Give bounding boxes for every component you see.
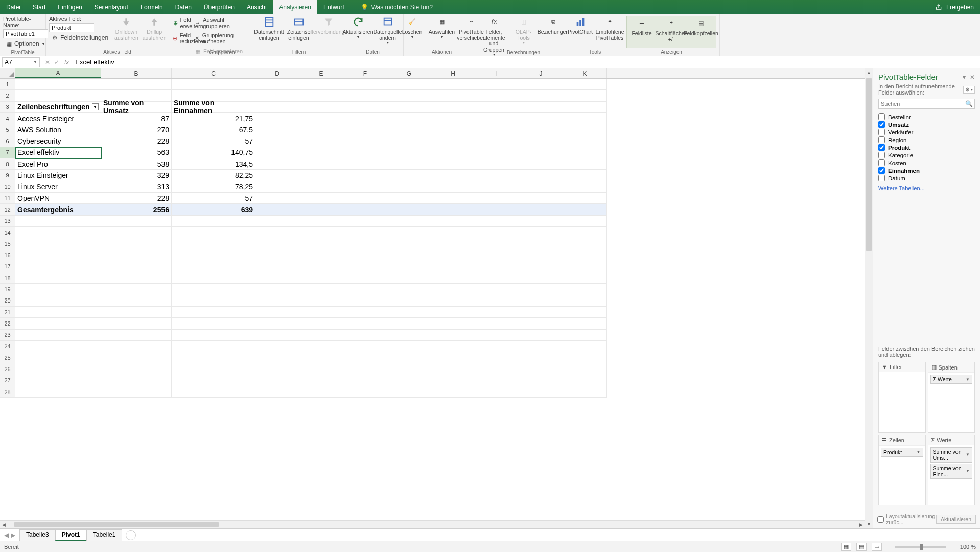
name-box[interactable]: A7 ▼ xyxy=(2,57,40,67)
recommended-button[interactable]: ✦Empfohlene PivotTables xyxy=(596,16,624,41)
cell[interactable] xyxy=(519,261,563,272)
cell[interactable] xyxy=(343,307,387,318)
cell[interactable] xyxy=(563,272,607,284)
cell[interactable] xyxy=(387,295,431,307)
cell[interactable] xyxy=(15,272,101,284)
cell[interactable] xyxy=(101,295,172,307)
options-button[interactable]: ▦Optionen▾ xyxy=(3,39,46,49)
cell[interactable] xyxy=(519,102,563,113)
cell[interactable] xyxy=(101,386,172,398)
cell[interactable] xyxy=(255,238,299,249)
cell[interactable]: 67,5 xyxy=(172,124,255,135)
cell[interactable] xyxy=(299,135,343,147)
cell[interactable] xyxy=(343,249,387,261)
hscroll-thumb[interactable] xyxy=(14,522,219,527)
cell[interactable] xyxy=(255,90,299,101)
cell[interactable] xyxy=(475,158,519,170)
cell[interactable] xyxy=(431,227,475,238)
cell[interactable] xyxy=(431,295,475,307)
cell[interactable] xyxy=(343,341,387,352)
cell[interactable] xyxy=(563,295,607,307)
field-checkbox[interactable] xyxy=(878,129,885,135)
column-header[interactable]: B xyxy=(101,68,172,78)
cell[interactable]: 228 xyxy=(101,193,172,204)
cell[interactable] xyxy=(255,158,299,170)
cell[interactable]: Access Einsteiger xyxy=(15,113,101,124)
cell[interactable] xyxy=(563,227,607,238)
column-header[interactable]: C xyxy=(172,68,255,78)
close-icon[interactable]: ✕ xyxy=(970,74,975,81)
cell[interactable] xyxy=(519,227,563,238)
cell[interactable] xyxy=(172,341,255,352)
cell[interactable] xyxy=(431,102,475,113)
cell[interactable] xyxy=(519,158,563,170)
cell[interactable] xyxy=(475,124,519,135)
field-checkbox[interactable] xyxy=(878,167,885,174)
column-header[interactable]: A xyxy=(15,68,101,78)
cell[interactable] xyxy=(299,386,343,398)
filter-area[interactable]: ▼Filter xyxy=(878,362,926,433)
rows-area[interactable]: ☰Zeilen Produkt▼ xyxy=(878,435,926,506)
cell[interactable] xyxy=(15,307,101,318)
cell[interactable] xyxy=(387,386,431,398)
cell[interactable] xyxy=(475,318,519,329)
area-pill[interactable]: Summe von Einn...▼ xyxy=(930,464,973,479)
zoom-in-button[interactable]: + xyxy=(951,544,954,550)
cell[interactable] xyxy=(343,227,387,238)
cell[interactable] xyxy=(519,307,563,318)
cell[interactable]: Excel Pro xyxy=(15,158,101,170)
cell[interactable] xyxy=(387,318,431,329)
cell[interactable] xyxy=(519,330,563,341)
cell[interactable] xyxy=(299,79,343,90)
cell[interactable] xyxy=(255,375,299,386)
field-checkbox[interactable] xyxy=(878,152,885,158)
cell[interactable] xyxy=(255,204,299,215)
cell[interactable] xyxy=(299,193,343,204)
field-search-input[interactable] xyxy=(878,99,975,109)
menu-tab-analysieren[interactable]: Analysieren xyxy=(273,0,317,14)
row-header[interactable]: 5 xyxy=(0,124,15,135)
cell[interactable] xyxy=(343,295,387,307)
cell[interactable] xyxy=(299,318,343,329)
fieldpane-tools-button[interactable]: ⚙▾ xyxy=(963,86,975,94)
cell[interactable] xyxy=(431,284,475,295)
cell[interactable] xyxy=(387,227,431,238)
cell[interactable] xyxy=(255,170,299,181)
tell-me-search[interactable]: 💡 Was möchten Sie tun? xyxy=(361,4,433,11)
field-item[interactable]: Verkäufer xyxy=(878,128,975,136)
cell[interactable] xyxy=(101,375,172,386)
cell[interactable] xyxy=(563,90,607,101)
row-header[interactable]: 14 xyxy=(0,227,15,238)
zoom-level[interactable]: 100 % xyxy=(960,544,976,550)
cell[interactable] xyxy=(431,363,475,375)
cell[interactable] xyxy=(15,295,101,307)
field-checkbox[interactable] xyxy=(878,121,885,128)
active-field-input[interactable] xyxy=(49,23,94,32)
cell[interactable] xyxy=(431,90,475,101)
page-break-button[interactable]: ▭ xyxy=(872,543,882,551)
cell[interactable] xyxy=(15,227,101,238)
cell[interactable] xyxy=(563,216,607,227)
field-item[interactable]: Kosten xyxy=(878,159,975,167)
cell[interactable] xyxy=(172,79,255,90)
cell[interactable]: 639 xyxy=(172,204,255,215)
cell[interactable] xyxy=(563,147,607,158)
cell[interactable] xyxy=(255,386,299,398)
cell[interactable] xyxy=(431,352,475,363)
cell[interactable]: Zeilenbeschriftungen▾ xyxy=(15,102,101,113)
vertical-scrollbar[interactable]: ▲ ▼ xyxy=(865,68,873,528)
menu-tab-formeln[interactable]: Formeln xyxy=(134,0,169,14)
column-header[interactable]: K xyxy=(563,68,607,78)
field-item[interactable]: Umsatz xyxy=(878,121,975,128)
cell[interactable] xyxy=(255,124,299,135)
cell[interactable] xyxy=(563,341,607,352)
cell[interactable] xyxy=(431,147,475,158)
cell[interactable] xyxy=(519,295,563,307)
cell[interactable] xyxy=(475,330,519,341)
cell[interactable] xyxy=(15,216,101,227)
cell[interactable] xyxy=(172,295,255,307)
cell[interactable]: 82,25 xyxy=(172,170,255,181)
cell[interactable] xyxy=(431,318,475,329)
cell[interactable] xyxy=(172,272,255,284)
cell[interactable] xyxy=(475,352,519,363)
